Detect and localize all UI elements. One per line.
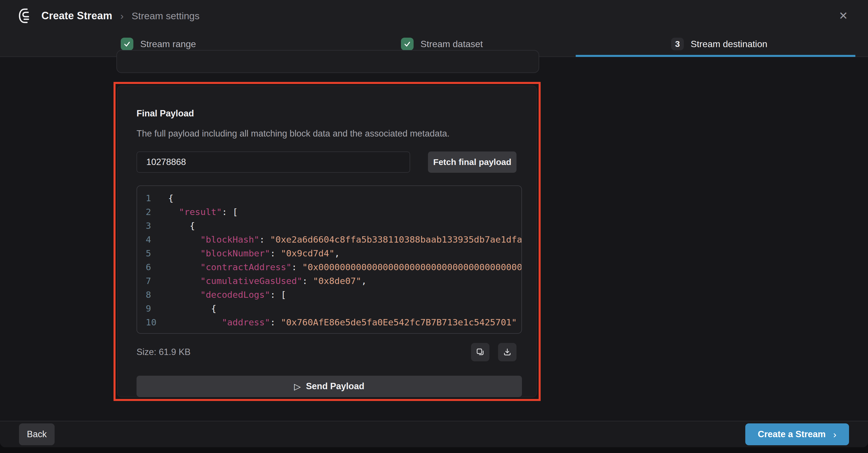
step-stream-destination[interactable]: 3 Stream destination bbox=[671, 32, 767, 56]
line-content: { bbox=[161, 219, 195, 233]
create-stream-button[interactable]: Create a Stream › bbox=[745, 423, 849, 445]
content-area: Final Payload The full payload including… bbox=[0, 58, 868, 421]
line-content: "cumulativeGasUsed": "0x8de07", bbox=[161, 274, 367, 288]
quicknode-logo-icon bbox=[17, 8, 33, 24]
code-line: 7 "cumulativeGasUsed": "0x8de07", bbox=[146, 274, 521, 288]
previous-section-card bbox=[116, 50, 539, 73]
payload-size-label: Size: 61.9 KB bbox=[136, 347, 191, 357]
code-line: 1{ bbox=[146, 191, 521, 205]
panel-title: Final Payload bbox=[136, 109, 517, 119]
line-number: 6 bbox=[146, 260, 161, 274]
block-number-input[interactable] bbox=[136, 151, 410, 173]
line-content: "contractAddress": "0x000000000000000000… bbox=[161, 260, 522, 274]
line-content: { bbox=[161, 191, 174, 205]
line-content: "blockNumber": "0x9cd7d4", bbox=[161, 246, 340, 260]
close-icon[interactable]: ✕ bbox=[836, 7, 851, 24]
code-line: 2 "result": [ bbox=[146, 205, 521, 219]
code-line: 10 "address": "0x760AfE86e5de5fa0Ee542fc… bbox=[146, 315, 521, 329]
step-label: Stream range bbox=[140, 39, 196, 50]
copy-button[interactable] bbox=[471, 343, 490, 361]
line-number: 8 bbox=[146, 288, 161, 302]
line-content: { bbox=[161, 302, 216, 315]
create-stream-label: Create a Stream bbox=[758, 429, 826, 440]
breadcrumb-current: Stream settings bbox=[132, 10, 199, 22]
panel-description: The full payload including all matching … bbox=[136, 128, 517, 139]
line-number: 3 bbox=[146, 219, 161, 233]
code-line: 5 "blockNumber": "0x9cd7d4", bbox=[146, 246, 521, 260]
code-line: 3 { bbox=[146, 219, 521, 233]
line-number: 5 bbox=[146, 246, 161, 260]
code-line: 4 "blockHash": "0xe2a6d6604c8ffa5b338110… bbox=[146, 233, 521, 246]
chevron-right-icon: › bbox=[833, 429, 836, 440]
line-number: 2 bbox=[146, 205, 161, 219]
payload-code-viewer[interactable]: 1{2 "result": [3 {4 "blockHash": "0xe2a6… bbox=[136, 185, 522, 334]
fetch-row: Fetch final payload bbox=[136, 151, 517, 173]
line-content: "address": "0x760AfE86e5de5fa0Ee542fc7B7… bbox=[161, 315, 517, 329]
play-icon: ▷ bbox=[294, 382, 301, 392]
code-lines: 1{2 "result": [3 {4 "blockHash": "0xe2a6… bbox=[146, 191, 521, 329]
line-number: 10 bbox=[146, 315, 161, 329]
create-stream-modal: Create Stream › Stream settings ✕ Stream… bbox=[0, 0, 868, 447]
download-icon bbox=[503, 348, 512, 356]
payload-actions bbox=[471, 343, 517, 361]
highlighted-region: Final Payload The full payload including… bbox=[114, 82, 540, 401]
line-number: 7 bbox=[146, 274, 161, 288]
send-payload-label: Send Payload bbox=[306, 381, 364, 392]
line-number: 4 bbox=[146, 233, 161, 246]
line-number: 1 bbox=[146, 191, 161, 205]
back-button[interactable]: Back bbox=[19, 423, 55, 445]
check-icon bbox=[121, 38, 133, 50]
copy-icon bbox=[476, 348, 485, 356]
download-button[interactable] bbox=[498, 343, 517, 361]
top-bar: Create Stream › Stream settings ✕ bbox=[0, 0, 868, 32]
code-line: 8 "decodedLogs": [ bbox=[146, 288, 521, 302]
size-row: Size: 61.9 KB bbox=[136, 343, 517, 361]
breadcrumb-title: Create Stream bbox=[41, 10, 113, 22]
line-number: 9 bbox=[146, 302, 161, 315]
code-line: 9 { bbox=[146, 302, 521, 315]
step-label: Stream dataset bbox=[421, 39, 483, 50]
breadcrumb-separator: › bbox=[120, 10, 124, 22]
active-step-underline bbox=[576, 55, 855, 57]
final-payload-panel: Final Payload The full payload including… bbox=[117, 86, 537, 397]
line-content: "result": [ bbox=[161, 205, 238, 219]
fetch-final-payload-button[interactable]: Fetch final payload bbox=[428, 151, 517, 173]
line-content: "decodedLogs": [ bbox=[161, 288, 286, 302]
send-payload-button[interactable]: ▷ Send Payload bbox=[136, 376, 522, 397]
step-label: Stream destination bbox=[691, 39, 767, 50]
line-content: "blockHash": "0xe2a6d6604c8ffa5b33811038… bbox=[161, 233, 522, 246]
code-line: 6 "contractAddress": "0x0000000000000000… bbox=[146, 260, 521, 274]
step-number-badge: 3 bbox=[671, 38, 684, 50]
footer-bar: Back Create a Stream › bbox=[0, 421, 868, 447]
check-icon bbox=[401, 38, 413, 50]
